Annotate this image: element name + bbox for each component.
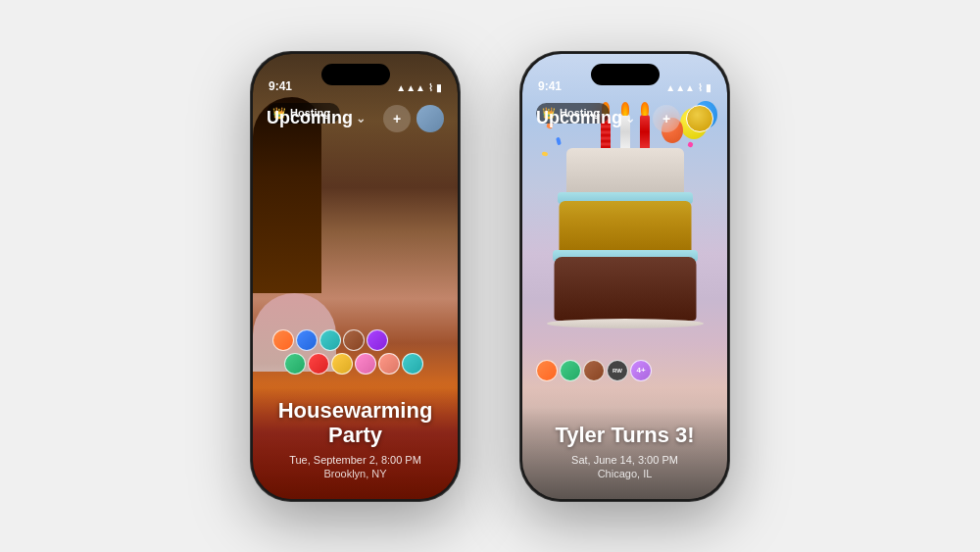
battery-icon-2: ▮ [706, 82, 711, 93]
avatar-p2-4: RW [607, 360, 628, 381]
signal-icon-1: ▲▲▲ [396, 82, 425, 93]
event-info-2: Tyler Turns 3! Sat, June 14, 3:00 PM Chi… [522, 407, 727, 498]
signal-icon-2: ▲▲▲ [665, 82, 695, 93]
event-date-2: Sat, June 14, 3:00 PM [536, 454, 713, 466]
avatar-6 [284, 353, 306, 375]
status-time-2: 9:41 [538, 79, 562, 93]
add-button-2[interactable]: + [653, 105, 680, 132]
avatar-1 [272, 329, 294, 351]
status-icons-1: ▲▲▲ ⌇ ▮ [396, 82, 442, 93]
avatar-11 [402, 353, 423, 375]
attendee-avatars-1 [272, 329, 423, 376]
event-location-2: Chicago, IL [536, 468, 713, 479]
event-location-1: Brooklyn, NY [267, 468, 444, 479]
user-avatar-2[interactable] [686, 105, 713, 132]
wifi-icon-2: ⌇ [698, 82, 703, 93]
user-avatar-1[interactable] [416, 105, 444, 132]
cake-top-layer [566, 148, 684, 197]
nav-header-2: Upcoming ⌄ + [522, 97, 727, 140]
event-date-1: Tue, September 2, 8:00 PM [267, 454, 444, 466]
avatar-p2-3 [583, 360, 605, 381]
nav-header-1: Upcoming ⌄ + [253, 97, 458, 140]
avatar-3 [319, 329, 341, 351]
nav-actions-1: + [383, 105, 444, 132]
attendee-avatars-2: RW 4+ [536, 360, 652, 383]
avatar-p2-5: 4+ [630, 360, 652, 381]
birthday-cake [537, 113, 713, 328]
event-info-1: Housewarming Party Tue, September 2, 8:0… [253, 382, 458, 499]
cake-plate [547, 319, 704, 328]
dynamic-island-1 [321, 64, 390, 85]
avatar-5 [367, 329, 388, 351]
nav-title-text-1: Upcoming [267, 108, 353, 128]
chevron-down-icon-1[interactable]: ⌄ [356, 112, 366, 125]
status-icons-2: ▲▲▲ ⌇ ▮ [665, 82, 711, 93]
avatar-7 [308, 353, 329, 375]
dynamic-island-2 [591, 64, 660, 85]
avatar-2 [296, 329, 318, 351]
nav-title-1: Upcoming ⌄ [267, 108, 366, 128]
chevron-down-icon-2[interactable]: ⌄ [625, 112, 635, 125]
battery-icon-1: ▮ [436, 82, 442, 93]
cake-bottom-layer [554, 257, 696, 321]
wifi-icon-1: ⌇ [428, 82, 433, 93]
cake-middle-layer [559, 201, 691, 255]
nav-actions-2: + [653, 105, 713, 132]
status-time-1: 9:41 [269, 79, 292, 93]
avatar-4 [343, 329, 365, 351]
nav-title-text-2: Upcoming [536, 108, 622, 128]
event-title-1: Housewarming Party [267, 398, 444, 448]
phone-2: 9:41 ▲▲▲ ⌇ ▮ Upcoming ⌄ + 👑 Hosting [519, 51, 730, 502]
avatar-9 [355, 353, 376, 375]
nav-title-2: Upcoming ⌄ [536, 108, 635, 128]
avatar-8 [331, 353, 353, 375]
event-title-2: Tyler Turns 3! [536, 423, 713, 447]
avatar-p2-2 [560, 360, 581, 381]
phone-1: 9:41 ▲▲▲ ⌇ ▮ Upcoming ⌄ + 👑 Hosting [250, 51, 461, 502]
avatar-10 [378, 353, 400, 375]
avatar-p2-1 [536, 360, 558, 381]
add-button-1[interactable]: + [383, 105, 411, 132]
